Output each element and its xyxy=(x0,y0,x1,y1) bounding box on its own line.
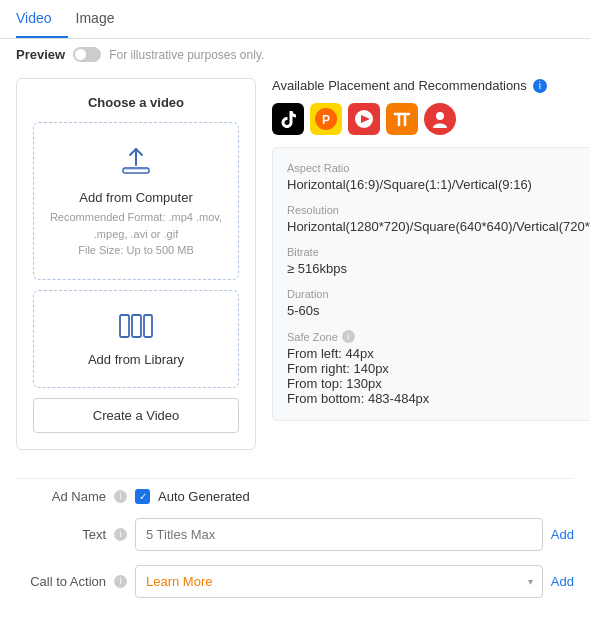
upload-icon xyxy=(46,143,226,182)
placement-title: Available Placement and Recommendations xyxy=(272,78,527,93)
rec-bitrate-value: ≥ 516kbps xyxy=(287,261,590,276)
platform-icon-topbuzz[interactable] xyxy=(386,103,418,135)
rec-aspect-ratio-value: Horizontal(16:9)/Square(1:1)/Vertical(9:… xyxy=(287,177,590,192)
rec-aspect-ratio-label: Aspect Ratio xyxy=(287,162,590,174)
text-add-link[interactable]: Add xyxy=(551,527,574,542)
svg-rect-3 xyxy=(132,315,141,337)
svg-point-9 xyxy=(436,112,444,120)
text-label: Text xyxy=(16,527,106,542)
rec-bitrate: Bitrate ≥ 516kbps xyxy=(287,246,590,276)
rec-duration: Duration 5-60s xyxy=(287,288,590,318)
text-input[interactable] xyxy=(135,518,543,551)
placement-header: Available Placement and Recommendations … xyxy=(272,78,590,93)
rec-duration-value: 5-60s xyxy=(287,303,590,318)
add-from-library-title: Add from Library xyxy=(46,352,226,367)
recommendations-box: Aspect Ratio Horizontal(16:9)/Square(1:1… xyxy=(272,147,590,421)
choose-video-box: Choose a video Add from Computer Recomme… xyxy=(16,78,256,450)
rec-duration-label: Duration xyxy=(287,288,590,300)
svg-rect-1 xyxy=(123,168,149,173)
cta-add-link[interactable]: Add xyxy=(551,574,574,589)
choose-video-title: Choose a video xyxy=(33,95,239,110)
library-icon xyxy=(46,311,226,344)
create-video-button[interactable]: Create a Video xyxy=(33,398,239,433)
rec-resolution-label: Resolution xyxy=(287,204,590,216)
platform-icons: P xyxy=(272,103,590,135)
tab-video[interactable]: Video xyxy=(16,0,68,38)
preview-label: Preview xyxy=(16,47,65,62)
ad-name-label: Ad Name xyxy=(16,489,106,504)
svg-rect-2 xyxy=(120,315,129,337)
add-from-library-area[interactable]: Add from Library xyxy=(33,290,239,388)
rec-resolution-value: Horizontal(1280*720)/Square(640*640)/Ver… xyxy=(287,219,590,234)
cta-select-wrapper: Learn More Shop Now Sign Up Download Con… xyxy=(135,565,543,598)
main-content: Choose a video Add from Computer Recomme… xyxy=(0,70,590,468)
tabs-bar: Video Image xyxy=(0,0,590,39)
rec-bitrate-label: Bitrate xyxy=(287,246,590,258)
text-input-row: Text i Add xyxy=(0,518,590,551)
rec-safe-zone: Safe Zone i From left: 44px From right: … xyxy=(287,330,590,406)
add-from-computer-area[interactable]: Add from Computer Recommended Format: .m… xyxy=(33,122,239,280)
left-panel: Choose a video Add from Computer Recomme… xyxy=(16,78,256,460)
divider-1 xyxy=(16,478,574,479)
auto-generated-checkbox[interactable] xyxy=(135,489,150,504)
preview-bar: Preview For illustrative purposes only. xyxy=(0,39,590,70)
cta-select[interactable]: Learn More Shop Now Sign Up Download Con… xyxy=(135,565,543,598)
rec-safe-zone-value: From left: 44px From right: 140px From t… xyxy=(287,346,590,406)
cta-label: Call to Action xyxy=(16,574,106,589)
svg-text:P: P xyxy=(322,113,330,127)
platform-icon-pangle[interactable]: P xyxy=(310,103,342,135)
rec-aspect-ratio: Aspect Ratio Horizontal(16:9)/Square(1:1… xyxy=(287,162,590,192)
cta-row: Call to Action i Learn More Shop Now Sig… xyxy=(0,565,590,598)
rec-resolution: Resolution Horizontal(1280*720)/Square(6… xyxy=(287,204,590,234)
right-panel: Available Placement and Recommendations … xyxy=(272,78,590,460)
preview-note: For illustrative purposes only. xyxy=(109,48,264,62)
placement-info-icon[interactable]: i xyxy=(533,79,547,93)
cta-info-icon[interactable]: i xyxy=(114,575,127,588)
add-from-computer-title: Add from Computer xyxy=(46,190,226,205)
platform-icon-redhot[interactable] xyxy=(348,103,380,135)
platform-icon-babe[interactable] xyxy=(424,103,456,135)
text-info-icon[interactable]: i xyxy=(114,528,127,541)
preview-toggle[interactable] xyxy=(73,47,101,62)
svg-rect-4 xyxy=(144,315,152,337)
auto-generated-label: Auto Generated xyxy=(158,489,250,504)
safe-zone-info-icon[interactable]: i xyxy=(342,330,355,343)
rec-safe-zone-label: Safe Zone i xyxy=(287,330,590,343)
ad-name-row: Ad Name i Auto Generated xyxy=(0,489,590,504)
ad-name-info-icon[interactable]: i xyxy=(114,490,127,503)
platform-icon-tiktok[interactable] xyxy=(272,103,304,135)
tab-image[interactable]: Image xyxy=(76,0,131,38)
add-from-computer-desc: Recommended Format: .mp4 .mov, .mpeg, .a… xyxy=(46,209,226,259)
